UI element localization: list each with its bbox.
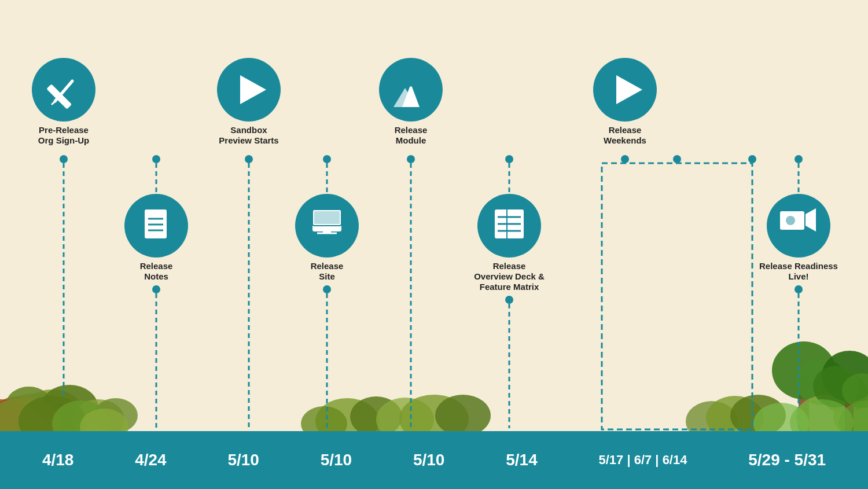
svg-point-47 <box>245 155 253 163</box>
svg-point-93 <box>786 216 795 225</box>
svg-text:Sandbox: Sandbox <box>230 125 267 135</box>
svg-text:Feature Matrix: Feature Matrix <box>480 282 539 292</box>
svg-text:Release: Release <box>395 125 428 135</box>
svg-point-13 <box>435 395 491 436</box>
svg-text:Preview Starts: Preview Starts <box>219 135 278 145</box>
svg-text:Site: Site <box>319 271 335 281</box>
svg-text:Weekends: Weekends <box>604 135 646 145</box>
date-424: 4/24 <box>135 451 167 469</box>
svg-point-78 <box>505 296 513 304</box>
svg-point-60 <box>323 155 331 163</box>
svg-rect-87 <box>602 163 752 429</box>
svg-point-57 <box>323 285 331 293</box>
svg-rect-54 <box>314 211 340 224</box>
svg-point-89 <box>748 155 756 163</box>
date-510b: 5/10 <box>321 451 352 469</box>
date-510c: 5/10 <box>413 451 445 469</box>
svg-text:Module: Module <box>396 135 426 145</box>
svg-point-86 <box>621 155 629 163</box>
svg-text:Release: Release <box>311 261 344 271</box>
date-418: 4/18 <box>42 451 74 469</box>
main-container: Pre-Release Org Sign-Up Release Notes Sa… <box>0 0 868 489</box>
svg-point-39 <box>152 285 160 293</box>
timeline-svg: Pre-Release Org Sign-Up Release Notes Sa… <box>0 0 868 489</box>
svg-text:Release: Release <box>609 125 642 135</box>
svg-text:Release: Release <box>140 261 173 271</box>
svg-point-81 <box>505 155 513 163</box>
svg-point-96 <box>795 285 803 293</box>
date-529: 5/29 - 5/31 <box>748 451 826 469</box>
svg-text:Release: Release <box>493 261 526 271</box>
svg-point-67 <box>407 155 415 163</box>
date-514: 5/14 <box>506 451 538 469</box>
svg-point-30 <box>60 155 68 163</box>
svg-point-88 <box>673 155 681 163</box>
date-517: 5/17 | 6/7 | 6/14 <box>598 453 687 468</box>
svg-text:Live!: Live! <box>788 271 808 281</box>
svg-text:Release Readiness: Release Readiness <box>759 261 838 271</box>
svg-text:Notes: Notes <box>144 271 168 281</box>
svg-point-42 <box>152 155 160 163</box>
svg-text:Org Sign-Up: Org Sign-Up <box>38 135 89 145</box>
date-bar: 4/18 4/24 5/10 5/10 5/10 5/14 5/17 | 6/7… <box>0 431 868 489</box>
date-510a: 5/10 <box>227 451 259 469</box>
svg-text:Overview Deck &: Overview Deck & <box>474 271 545 281</box>
svg-point-99 <box>795 155 803 163</box>
svg-text:Pre-Release: Pre-Release <box>39 125 89 135</box>
